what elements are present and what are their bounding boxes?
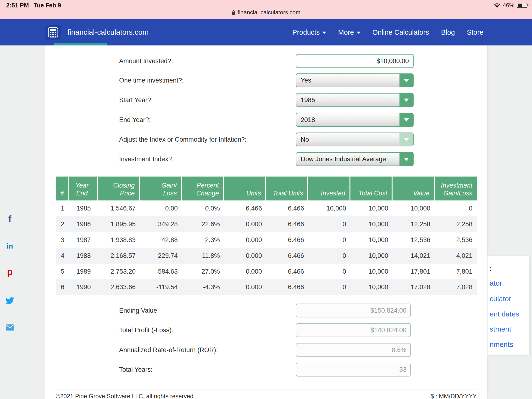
result-row-ror: Annualized Rate-of-Return (ROR): (44, 343, 488, 357)
column-header: Total Cost (350, 177, 393, 200)
ending-value-output (296, 304, 411, 317)
table-cell: 10,000 (350, 200, 393, 216)
panel-link-fragment[interactable]: ator (490, 279, 502, 288)
table-cell: 10,000 (393, 200, 435, 216)
table-cell: 12,536 (393, 232, 435, 248)
column-header: Closing Price (98, 177, 140, 200)
panel-link-fragment[interactable]: ent dates (490, 309, 519, 319)
table-cell: 7,801 (435, 264, 477, 279)
lock-icon (232, 10, 236, 15)
table-cell: 1,895.95 (98, 216, 140, 232)
ror-output (296, 343, 411, 357)
status-indicators: 46% (494, 2, 527, 9)
table-cell: 5 (56, 264, 69, 279)
table-cell: 0 (308, 232, 350, 248)
email-share-icon[interactable] (4, 324, 15, 332)
panel-link-fragment[interactable]: culator (490, 294, 511, 304)
nav-item-blog[interactable]: Blog (441, 28, 455, 36)
inflation-adjust-select[interactable]: No (296, 133, 414, 146)
pinterest-share-icon[interactable]: p (4, 267, 15, 277)
column-header: Invested (308, 177, 350, 200)
column-header: Value (393, 177, 435, 200)
amount-invested-label: Amount Invested?: (119, 54, 173, 68)
nav-item-store[interactable]: Store (467, 28, 483, 36)
table-cell: 1989 (69, 264, 98, 279)
wifi-icon (494, 3, 500, 8)
end-year-select[interactable]: 2018 (296, 113, 414, 127)
table-row: 219861,895.95349.2822.6%0.0006.466010,00… (56, 216, 477, 232)
table-cell: 2,633.66 (98, 279, 140, 295)
dropdown-arrow-icon[interactable] (399, 93, 413, 107)
table-cell: 6.466 (224, 200, 266, 216)
table-cell: 14,021 (393, 248, 435, 264)
dropdown-arrow-icon (399, 133, 413, 146)
table-cell: 6.466 (266, 264, 308, 279)
nav-links: Products More Online Calculators Blog St… (292, 28, 483, 36)
table-cell: 22.6% (182, 216, 224, 232)
table-cell: 0.000 (224, 216, 266, 232)
calculator-card: Amount Invested?: One time investment?: … (44, 45, 488, 399)
url-bar: financial-calculators.com (0, 9, 532, 16)
dropdown-arrow-icon[interactable] (399, 74, 413, 87)
active-tab-indicator (54, 43, 108, 45)
table-cell: 17,801 (393, 264, 435, 279)
table-cell: 4 (56, 248, 69, 264)
brand-home-link[interactable]: financial-calculators.com (45, 25, 149, 40)
table-cell: 1,546.67 (98, 200, 140, 216)
result-row-total-profit: Total Profit (-Loss): (44, 323, 488, 337)
one-time-investment-label: One time investment?: (119, 73, 184, 87)
linkedin-share-icon[interactable]: in (4, 242, 15, 250)
schedule-table-wrap: #Year EndClosing PriceGain/ LossPercent … (56, 177, 477, 295)
table-row: 419882,168.57229.7411.8%0.0006.466010,00… (56, 248, 477, 264)
total-profit-output (296, 323, 411, 337)
table-cell: -4.3% (182, 279, 224, 295)
status-time-date: 2:51 PMTue Feb 9 (6, 2, 61, 9)
table-cell: 349.28 (140, 216, 182, 232)
one-time-investment-select[interactable]: Yes (296, 73, 414, 87)
table-row: 519892,753.20584.6327.0%0.0006.466010,00… (56, 264, 477, 279)
inflation-adjust-label: Adjust the Index or Commodity for Inflat… (119, 133, 247, 146)
table-cell: 6.466 (266, 248, 308, 264)
table-cell: 0.000 (224, 232, 266, 248)
investment-index-select[interactable]: Dow Jones Industrial Average (296, 152, 414, 166)
table-cell: 0 (435, 200, 477, 216)
table-cell: 2.3% (182, 232, 224, 248)
battery-icon (517, 3, 527, 8)
dropdown-arrow-icon[interactable] (399, 152, 413, 166)
table-cell: 10,000 (350, 232, 393, 248)
twitter-share-icon[interactable] (4, 297, 15, 305)
dropdown-arrow-icon[interactable] (399, 113, 413, 127)
table-cell: 2 (56, 216, 69, 232)
column-header: Investment Gain/Loss (435, 177, 477, 200)
panel-link-fragment[interactable]: nments (490, 340, 513, 349)
column-header: Total Units (266, 177, 308, 200)
table-cell: 6.466 (266, 279, 308, 295)
table-cell: 1987 (69, 232, 98, 248)
table-cell: 42.88 (140, 232, 182, 248)
table-cell: 0 (308, 248, 350, 264)
panel-link-fragment[interactable]: stment (490, 324, 511, 334)
start-year-select[interactable]: 1985 (296, 93, 414, 107)
table-cell: 584.63 (140, 264, 182, 279)
status-time: 2:51 PM (6, 2, 29, 9)
battery-percent: 46% (503, 2, 514, 9)
nav-item-more[interactable]: More (338, 28, 361, 36)
form-row-inflation: Adjust the Index or Commodity for Inflat… (44, 133, 488, 146)
table-cell: 0.0% (182, 200, 224, 216)
amount-invested-input[interactable] (296, 54, 414, 68)
brand-text: financial-calculators.com (67, 28, 149, 37)
total-years-output (296, 363, 411, 377)
nav-item-products[interactable]: Products (292, 28, 326, 36)
form-row-index: Investment Index?: Dow Jones Industrial … (44, 152, 488, 166)
start-year-label: Start Year?: (119, 93, 153, 107)
facebook-share-icon[interactable]: f (4, 214, 15, 224)
table-cell: 6 (56, 279, 69, 295)
form-row-one-time: One time investment?: Yes (44, 73, 488, 87)
total-years-label: Total Years: (119, 363, 153, 377)
table-cell: 1986 (69, 216, 98, 232)
table-row: 119851,546.670.000.0%6.4666.46610,00010,… (56, 200, 477, 216)
result-row-total-years: Total Years: (44, 363, 488, 377)
nav-item-online-calculators[interactable]: Online Calculators (373, 28, 429, 36)
chevron-down-icon (323, 32, 326, 34)
date-format-text: $ : MM/DD/YYYY (431, 393, 477, 399)
